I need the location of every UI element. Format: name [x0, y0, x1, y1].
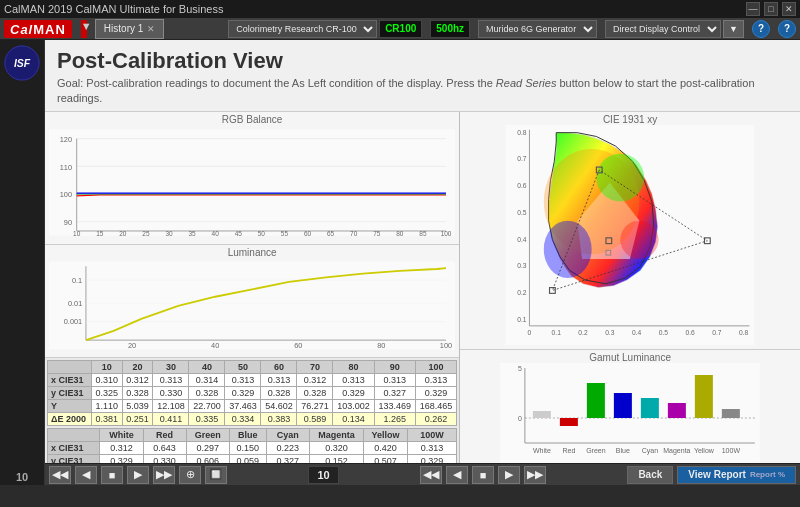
- help-button-2[interactable]: ?: [778, 20, 796, 38]
- svg-text:Magenta: Magenta: [664, 447, 691, 455]
- ire-cell-2-0: 1.110: [91, 399, 122, 412]
- ire-cell-1-5: 0.328: [261, 386, 297, 399]
- table-header-30: 30: [153, 360, 189, 373]
- ire-cell-1-9: 0.329: [415, 386, 456, 399]
- color-row-label-1: y CIE31: [48, 454, 100, 463]
- ire-cell-3-8: 1.265: [374, 412, 415, 425]
- ire-cell-0-8: 0.313: [374, 373, 415, 386]
- page-header: Post-Calibration View Goal: Post-calibra…: [45, 40, 800, 112]
- svg-text:0.5: 0.5: [518, 209, 528, 216]
- ire-cell-2-1: 5.039: [122, 399, 153, 412]
- color-data-table: White Red Green Blue Cyan Magenta Yellow…: [47, 428, 457, 463]
- svg-text:60: 60: [304, 229, 312, 236]
- svg-text:80: 80: [377, 340, 385, 349]
- next-button[interactable]: ▶: [127, 466, 149, 484]
- media-ctrl-5[interactable]: ▶▶: [524, 466, 546, 484]
- svg-text:10: 10: [73, 229, 81, 236]
- close-button[interactable]: ✕: [782, 2, 796, 16]
- ire-cell-0-3: 0.314: [189, 373, 225, 386]
- luminance-panel: Luminance 0.1 0.01 0.001: [45, 245, 459, 358]
- svg-text:0.7: 0.7: [713, 329, 723, 336]
- svg-text:0.6: 0.6: [686, 329, 696, 336]
- add-button[interactable]: ⊕: [179, 466, 201, 484]
- content-area: ISF 10 Post-Calibration View Goal: Post-…: [0, 40, 800, 485]
- stop-button[interactable]: ■: [101, 466, 123, 484]
- ire-cell-2-6: 76.271: [297, 399, 333, 412]
- colorimetry-group: Colorimetry Research CR-100 CR100: [228, 20, 422, 38]
- media-ctrl-1[interactable]: ◀◀: [420, 466, 442, 484]
- color-header-red: Red: [143, 428, 186, 441]
- colorimetry-select[interactable]: Colorimetry Research CR-100: [228, 20, 377, 38]
- ire-cell-2-7: 103.002: [333, 399, 374, 412]
- ire-cell-3-7: 0.134: [333, 412, 374, 425]
- ire-cell-3-5: 0.383: [261, 412, 297, 425]
- ire-cell-0-4: 0.313: [225, 373, 261, 386]
- svg-text:0: 0: [518, 415, 522, 422]
- bottom-page-num: 10: [308, 466, 338, 484]
- ire-cell-0-7: 0.313: [333, 373, 374, 386]
- table-header-20: 20: [122, 360, 153, 373]
- svg-rect-93: [560, 418, 578, 426]
- logo-caret: ▼: [81, 20, 87, 38]
- svg-text:60: 60: [294, 340, 302, 349]
- view-report-button[interactable]: View Report Report %: [677, 466, 796, 484]
- maximize-button[interactable]: □: [764, 2, 778, 16]
- history-tab[interactable]: History 1 ✕: [95, 19, 164, 39]
- rgb-balance-title: RGB Balance: [49, 114, 455, 125]
- media-ctrl-2[interactable]: ◀: [446, 466, 468, 484]
- color-row-label-0: x CIE31: [48, 441, 100, 454]
- help-button-1[interactable]: ?: [752, 20, 770, 38]
- colorimetry-model: CR100: [379, 20, 422, 38]
- ire-row-label-0: x CIE31: [48, 373, 92, 386]
- history-tab-label: History 1: [104, 23, 143, 34]
- media-ctrl-4[interactable]: ▶: [498, 466, 520, 484]
- display-control-group: Direct Display Control ▼: [605, 20, 744, 38]
- svg-text:ISF: ISF: [14, 58, 31, 69]
- prev-button[interactable]: ◀: [75, 466, 97, 484]
- back-button[interactable]: Back: [627, 466, 673, 484]
- color-cell-1-5: 0.152: [309, 454, 363, 463]
- history-tab-close[interactable]: ✕: [147, 24, 155, 34]
- table-header-10: 10: [91, 360, 122, 373]
- grid-button[interactable]: 🔲: [205, 466, 227, 484]
- display-control-select[interactable]: Direct Display Control: [605, 20, 721, 38]
- isf-logo-icon: ISF: [3, 44, 41, 82]
- ire-cell-1-3: 0.328: [189, 386, 225, 399]
- display-control-dropdown[interactable]: ▼: [723, 20, 744, 38]
- svg-text:0.4: 0.4: [518, 235, 528, 242]
- minimize-button[interactable]: —: [746, 2, 760, 16]
- ire-cell-3-3: 0.335: [189, 412, 225, 425]
- app-logo: CalMAN: [4, 20, 72, 38]
- svg-text:0.1: 0.1: [552, 329, 562, 336]
- svg-text:120: 120: [60, 135, 72, 144]
- svg-text:0.1: 0.1: [518, 316, 528, 323]
- svg-text:0.8: 0.8: [739, 329, 749, 336]
- color-cell-1-3: 0.059: [229, 454, 266, 463]
- color-header-cyan: Cyan: [266, 428, 309, 441]
- color-header-100w: 100W: [407, 428, 456, 441]
- table-header-70: 70: [297, 360, 333, 373]
- page-title: Post-Calibration View: [57, 48, 788, 74]
- svg-text:0.6: 0.6: [518, 182, 528, 189]
- svg-text:0.3: 0.3: [605, 329, 615, 336]
- ire-cell-0-0: 0.310: [91, 373, 122, 386]
- table-header-empty: [48, 360, 92, 373]
- svg-text:0.7: 0.7: [518, 155, 528, 162]
- svg-text:85: 85: [419, 229, 427, 236]
- ire-cell-2-2: 12.108: [153, 399, 189, 412]
- svg-text:Red: Red: [563, 447, 576, 454]
- color-header-magenta: Magenta: [309, 428, 363, 441]
- page-number: 10: [16, 471, 28, 483]
- color-cell-1-2: 0.606: [186, 454, 229, 463]
- ire-cell-1-8: 0.327: [374, 386, 415, 399]
- ire-cell-3-2: 0.411: [153, 412, 189, 425]
- ire-cell-0-6: 0.312: [297, 373, 333, 386]
- skip-back-button[interactable]: ◀◀: [49, 466, 71, 484]
- main-area: Post-Calibration View Goal: Post-calibra…: [45, 40, 800, 485]
- left-panel: ISF 10: [0, 40, 45, 485]
- svg-rect-97: [668, 403, 686, 418]
- media-ctrl-3[interactable]: ■: [472, 466, 494, 484]
- svg-rect-99: [722, 409, 740, 418]
- generator-select[interactable]: Murideo 6G Generator: [478, 20, 597, 38]
- skip-forward-button[interactable]: ▶▶: [153, 466, 175, 484]
